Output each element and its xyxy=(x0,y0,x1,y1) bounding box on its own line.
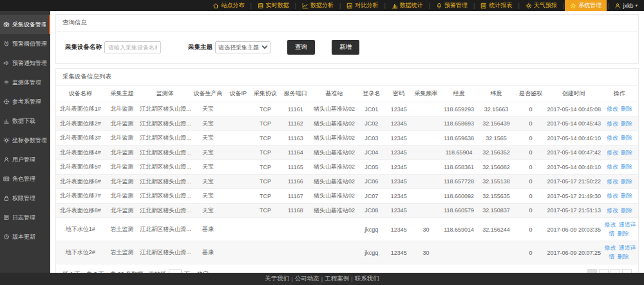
table-cell: 0 xyxy=(515,189,547,204)
topnav-label: 统计报表 xyxy=(489,1,512,10)
device-table: 设备名称采集主题监测体设备生产商设备IP采集协议服务端口基准站登录名密码采集频率… xyxy=(56,86,638,264)
target-icon xyxy=(3,98,10,105)
table-cell: 天宝 xyxy=(191,131,225,146)
table-cell: JC02 xyxy=(357,116,386,131)
topnav-item-2[interactable]: 实时数据 xyxy=(252,0,294,11)
delete-link[interactable]: 删除 xyxy=(618,253,629,260)
edit-link[interactable]: 修改 xyxy=(607,149,618,156)
table-cell xyxy=(412,189,440,204)
table-cell: 2017-06-09 20:07:25 xyxy=(546,241,601,264)
footer-link-3[interactable]: 工程案例 xyxy=(325,275,349,283)
page-button-1[interactable]: 1 xyxy=(587,269,597,273)
page-button-2[interactable]: 2 xyxy=(599,269,609,273)
sidebar-item-11[interactable]: 日志管理 xyxy=(0,208,50,227)
table-cell: 2017-06-09 20:03:35 xyxy=(546,218,601,241)
add-button[interactable]: 新增 xyxy=(332,40,359,55)
table-cell: 11161 xyxy=(279,102,311,117)
table-cell: 12345 xyxy=(386,131,412,146)
table-cell: TCP xyxy=(251,145,280,160)
edit-link[interactable]: 修改 xyxy=(607,120,618,127)
table-cell: JC07 xyxy=(357,189,386,204)
page-next-button[interactable]: » xyxy=(622,269,632,273)
delete-link[interactable]: 删除 xyxy=(621,163,632,170)
topnav-item-4[interactable]: 对比分析 xyxy=(341,0,383,11)
sidebar-item-label: 预警阈值管理 xyxy=(12,40,47,48)
column-header: 设备IP xyxy=(225,86,251,102)
footer-link-1[interactable]: 关于我们 xyxy=(265,275,289,283)
table-cell: 12345 xyxy=(386,241,412,264)
sidebar-item-2[interactable]: 预警阈值管理 xyxy=(0,34,50,53)
confirm-jump-button[interactable]: 确定 xyxy=(197,270,209,273)
sidebar-item-1[interactable]: 采集设备管理 xyxy=(0,15,50,34)
user-menu[interactable]: jxkb ▾ xyxy=(609,0,644,11)
delete-link[interactable]: 删除 xyxy=(621,192,632,199)
table-cell: JC06 xyxy=(357,174,386,189)
sidebar-item-7[interactable]: 坐标参数管理 xyxy=(0,131,50,150)
footer-link-4[interactable]: 联系我们 xyxy=(355,275,379,283)
table-cell xyxy=(225,189,251,204)
table-cell: 30 xyxy=(412,218,440,241)
chart-line-icon xyxy=(302,3,308,9)
table-cell: 岩土监测 xyxy=(105,241,139,264)
topnav-item-5[interactable]: 数据统计 xyxy=(386,0,428,11)
sidebar-item-label: 版本更新 xyxy=(12,233,35,241)
sidebar-item-4[interactable]: 监测体管理 xyxy=(0,73,50,92)
delete-link[interactable]: 删除 xyxy=(621,178,632,185)
edit-link[interactable]: 修改 xyxy=(607,134,618,141)
sidebar-item-10[interactable]: 权限管理 xyxy=(0,188,50,208)
table-header-row: 设备名称采集主题监测体设备生产商设备IP采集协议服务端口基准站登录名密码采集频率… xyxy=(56,86,638,102)
chevron-down-icon: ▾ xyxy=(635,3,638,8)
table-cell: 基康 xyxy=(191,241,225,264)
delete-link[interactable]: 删除 xyxy=(621,120,632,127)
sidebar-item-9[interactable]: 角色管理 xyxy=(0,169,50,188)
table-cell xyxy=(412,116,440,131)
edit-link[interactable]: 修改 xyxy=(607,106,618,112)
topnav-item-3[interactable]: 数据分析 xyxy=(297,0,339,11)
edit-link[interactable]: 修改 xyxy=(607,163,618,170)
row-actions: 修改删除 xyxy=(601,174,638,189)
table-cell: 岩土监测 xyxy=(105,218,139,241)
delete-link[interactable]: 删除 xyxy=(621,207,632,214)
delete-link[interactable]: 删除 xyxy=(618,230,629,237)
table-cell: TCP xyxy=(251,116,280,131)
topic-select[interactable]: 请选择采集主题 xyxy=(215,41,270,53)
edit-link[interactable]: 修改 xyxy=(607,207,618,214)
footer-link-2[interactable]: 公司动态 xyxy=(295,275,319,283)
search-button[interactable]: 查询 xyxy=(287,40,315,55)
delete-link[interactable]: 删除 xyxy=(621,106,632,112)
device-name-input[interactable] xyxy=(104,41,161,53)
topnav-item-6[interactable]: 预警管理 xyxy=(431,0,473,11)
delete-link[interactable]: 删除 xyxy=(621,149,632,156)
table-cell: 天宝 xyxy=(191,116,225,131)
row-actions: 修改删除 xyxy=(601,189,638,204)
table-cell: 0 xyxy=(515,203,547,218)
footer: 关于我们|公司动态|工程案例|联系我们 xyxy=(0,273,644,285)
delete-link[interactable]: 删除 xyxy=(621,134,632,141)
topnav-item-9[interactable]: 系统管理 xyxy=(565,0,607,11)
table-cell: 江北新区猪头山滑... xyxy=(139,203,191,218)
jump-page-input[interactable] xyxy=(169,270,182,273)
sidebar-item-6[interactable]: 数据下载 xyxy=(0,111,50,131)
edit-link[interactable]: 修改 xyxy=(607,178,618,185)
page-button-3[interactable]: 3 xyxy=(611,269,620,273)
table-cell: 118.659014 xyxy=(440,218,478,241)
edit-link[interactable]: 修改 xyxy=(605,221,616,228)
sidebar-item-12[interactable]: 版本更新 xyxy=(0,227,50,246)
column-header: 监测体 xyxy=(139,86,191,102)
sidebar-item-8[interactable]: 用户管理 xyxy=(0,150,50,169)
topnav-item-7[interactable]: 统计报表 xyxy=(475,0,517,11)
page-buttons: 123» xyxy=(587,269,632,273)
edit-link[interactable]: 修改 xyxy=(607,192,618,199)
topnav-item-8[interactable]: 天气预报 xyxy=(520,0,562,11)
topnav-item-1[interactable]: 站点分布 xyxy=(207,0,249,11)
table-cell: 猪头山基准站02 xyxy=(311,145,357,160)
table-cell: 猪头山基准站02 xyxy=(311,102,357,117)
table-cell: 北斗表面位移6# xyxy=(56,174,105,189)
row-actions: 修改删除 xyxy=(601,131,638,146)
sidebar-item-5[interactable]: 参考系管理 xyxy=(0,92,50,111)
table-row: 北斗表面位移2#北斗监测江北新区猪头山滑...天宝TCP11162猪头山基准站0… xyxy=(56,116,638,131)
sidebar-item-3[interactable]: 预警通知管理 xyxy=(0,53,50,73)
edit-link[interactable]: 修改 xyxy=(605,244,616,251)
table-cell xyxy=(311,218,357,241)
table-cell: 32.1565 xyxy=(478,131,515,146)
